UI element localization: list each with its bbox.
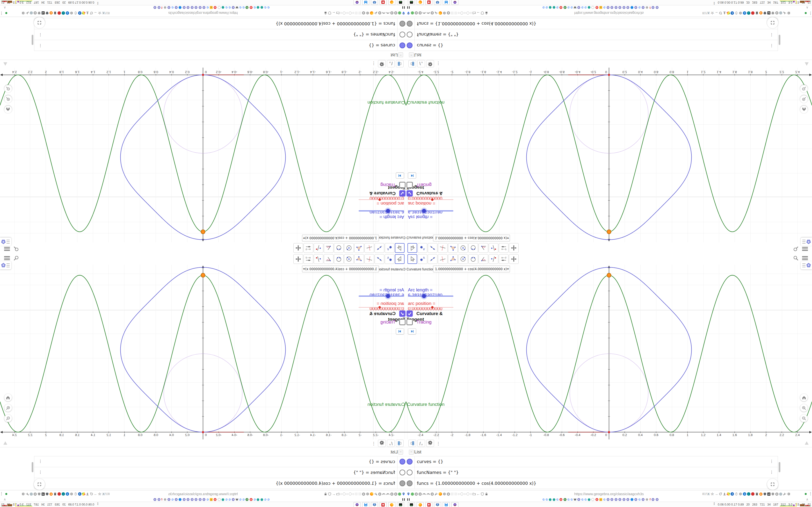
globe-icon[interactable] bbox=[390, 493, 394, 496]
tool-circle-center-point[interactable] bbox=[458, 254, 468, 264]
wrench-icon[interactable] bbox=[435, 492, 438, 496]
gauge-icon[interactable] bbox=[382, 492, 386, 496]
bookmark-teal-icon[interactable] bbox=[553, 498, 555, 501]
chevron-up-icon[interactable]: ∧ bbox=[806, 6, 808, 10]
bookmark-image-icon[interactable]: ▲ bbox=[599, 498, 602, 501]
tool-angle[interactable]: α bbox=[478, 254, 488, 264]
bookmark-yandex-icon[interactable]: Я bbox=[250, 6, 253, 9]
radio-large-icon[interactable] bbox=[343, 493, 346, 495]
function-input[interactable]: 1.000000000000 + cos(4.000000000000 x) ▼ bbox=[433, 266, 510, 272]
tree-view-button[interactable] bbox=[408, 440, 416, 447]
translate-doc-icon[interactable]: A bbox=[707, 493, 710, 496]
wrench-icon[interactable] bbox=[783, 11, 786, 15]
globe-icon[interactable] bbox=[775, 493, 778, 496]
bookmark-geogebra-icon[interactable] bbox=[635, 6, 637, 9]
marker-icon[interactable] bbox=[727, 493, 730, 495]
tool-slider[interactable]: a = 2 bbox=[499, 243, 508, 253]
bookmark-geogebra-icon[interactable] bbox=[199, 6, 202, 9]
bookmark-geogebra-icon[interactable] bbox=[622, 498, 625, 501]
arrow-right-icon[interactable]: → bbox=[94, 11, 97, 15]
translate-doc-icon[interactable]: A bbox=[707, 12, 710, 15]
algebra-view-button[interactable] bbox=[0, 237, 11, 246]
fullscreen-button[interactable] bbox=[34, 17, 45, 28]
bookmark-google-icon[interactable]: G bbox=[239, 6, 242, 9]
arrow-right-icon[interactable]: → bbox=[715, 492, 718, 496]
shield-gray-icon[interactable] bbox=[38, 492, 41, 496]
gauge-icon[interactable] bbox=[422, 11, 426, 15]
owl-app-icon[interactable] bbox=[354, 0, 361, 5]
bookmark-geogebra-icon[interactable] bbox=[615, 498, 617, 501]
bookmark-geogebra-icon[interactable] bbox=[158, 498, 160, 501]
thumb-icon[interactable] bbox=[779, 493, 782, 496]
download-icon[interactable] bbox=[723, 492, 726, 496]
terminal-app-icon[interactable] bbox=[397, 502, 404, 507]
bookmark-google-icon[interactable]: G bbox=[585, 498, 587, 501]
pin-icon[interactable] bbox=[402, 11, 405, 15]
visibility-toggle-funcs[interactable] bbox=[407, 481, 412, 486]
settings-app-icon[interactable]: ✱ bbox=[425, 0, 433, 5]
bookmark-gear-icon[interactable] bbox=[164, 6, 166, 9]
bookmark-google-icon[interactable]: G bbox=[581, 6, 583, 9]
tool-line[interactable] bbox=[374, 243, 384, 253]
shield-dark-icon[interactable] bbox=[45, 492, 49, 496]
download-icon[interactable] bbox=[723, 11, 726, 15]
tool-move-graphics-view[interactable] bbox=[293, 254, 303, 264]
tool-move-pointer[interactable] bbox=[395, 243, 405, 253]
step-button[interactable] bbox=[396, 173, 404, 179]
bookmark-octopus-icon[interactable]: ☃ bbox=[564, 498, 566, 501]
arrow-left-icon[interactable]: ← bbox=[332, 492, 336, 496]
gear-icon[interactable] bbox=[70, 492, 73, 496]
tool-circle-center-point[interactable] bbox=[344, 254, 354, 264]
lock-icon[interactable] bbox=[324, 11, 327, 15]
bookmark-image-icon[interactable]: ▲ bbox=[210, 6, 213, 9]
bookmark-geogebra-icon[interactable] bbox=[153, 498, 156, 501]
lock-icon[interactable] bbox=[485, 11, 488, 15]
step-button[interactable] bbox=[408, 173, 416, 179]
algebra-row-funcnames[interactable]: funcNames = {" "} ⋮ bbox=[34, 467, 406, 478]
tool-polygon[interactable] bbox=[448, 243, 458, 253]
kebab-menu-icon[interactable]: ⋮ bbox=[436, 61, 440, 66]
tree-view-button[interactable] bbox=[396, 60, 404, 67]
bookmark-teal-icon[interactable] bbox=[257, 498, 259, 501]
star-icon[interactable]: ☆ bbox=[98, 11, 101, 15]
bookmark-geogebra-icon[interactable] bbox=[626, 498, 629, 501]
bookmark-google-icon[interactable]: G bbox=[267, 498, 269, 501]
bookmark-teal-icon[interactable] bbox=[549, 498, 552, 501]
bookmark-wikipedia-icon[interactable]: W bbox=[236, 6, 238, 9]
monitor-app-icon[interactable] bbox=[434, 502, 441, 507]
bookmark-google-icon[interactable]: G bbox=[254, 6, 256, 9]
hamburger-icon[interactable] bbox=[802, 255, 808, 261]
star-icon[interactable]: ☆ bbox=[711, 11, 714, 15]
kebab-menu-icon[interactable]: ⋮ bbox=[39, 470, 42, 474]
radio-small-icon[interactable] bbox=[346, 12, 348, 14]
double-chevron-up-icon[interactable]: ∧∧ bbox=[713, 2, 715, 5]
ghost-square-icon[interactable] bbox=[355, 493, 358, 495]
algebra-view-button[interactable] bbox=[0, 261, 11, 270]
wrench-icon[interactable] bbox=[26, 492, 29, 496]
gear-icon[interactable] bbox=[70, 11, 73, 15]
shield-teal-icon[interactable]: ↓ bbox=[747, 492, 750, 496]
floppy64-app-icon[interactable]: 64 bbox=[362, 502, 369, 507]
algebra-row-funcnames[interactable]: funcNames = {" "} ⋮ bbox=[406, 467, 778, 478]
floppy64-app-icon[interactable]: 64 bbox=[443, 0, 450, 5]
trash-icon[interactable] bbox=[755, 492, 759, 496]
wrench-icon[interactable] bbox=[435, 11, 438, 15]
algebra-row-funcs[interactable]: funcs = {1.000000000000 + cos(4.00000000… bbox=[34, 478, 406, 489]
bookmark-google-icon[interactable]: G bbox=[229, 6, 231, 9]
bookmark-google-icon[interactable]: G bbox=[546, 498, 548, 501]
bookmark-google-icon[interactable]: G bbox=[546, 6, 548, 9]
visibility-toggle-funcnames[interactable] bbox=[407, 469, 412, 475]
radio-large-icon[interactable] bbox=[343, 12, 346, 14]
bookmark-teal-icon[interactable] bbox=[260, 498, 263, 501]
bookmark-geogebra-icon[interactable] bbox=[153, 6, 156, 9]
home-button[interactable] bbox=[4, 394, 12, 401]
bookmark-google-icon[interactable]: G bbox=[254, 498, 256, 501]
tool-slider[interactable]: a = 2 bbox=[304, 243, 313, 253]
zoom-in-button[interactable] bbox=[800, 95, 808, 103]
tool-point[interactable]: A bbox=[385, 254, 394, 264]
tool-slider[interactable]: a = 2 bbox=[499, 254, 508, 264]
scrollbar-thumb[interactable] bbox=[32, 35, 33, 45]
curvature-tangent-checkbox[interactable] bbox=[399, 190, 406, 196]
marker-icon[interactable] bbox=[82, 12, 85, 14]
tracing-checkbox[interactable] bbox=[399, 319, 406, 325]
